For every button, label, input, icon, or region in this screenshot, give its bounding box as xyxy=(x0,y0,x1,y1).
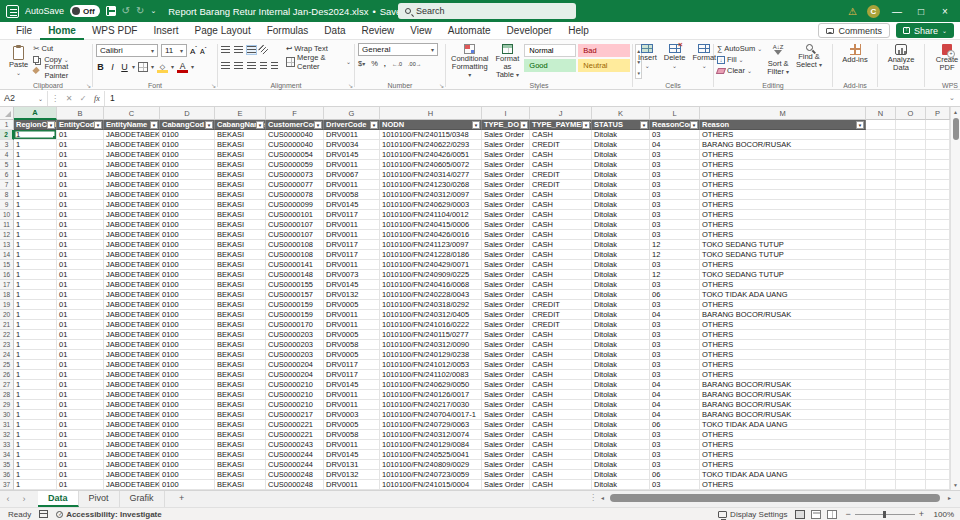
cell[interactable]: 01 xyxy=(57,160,104,170)
cancel-entry-icon[interactable]: ✕ xyxy=(62,94,76,103)
cell[interactable]: 03 xyxy=(650,300,700,310)
cell[interactable]: 1 xyxy=(14,440,57,450)
cell[interactable]: DRV0005 xyxy=(324,300,380,310)
cell[interactable]: BEKASI xyxy=(215,190,266,200)
cell[interactable]: 03 xyxy=(650,200,700,210)
column-header-L[interactable]: L xyxy=(650,107,700,120)
cell[interactable]: Sales Order xyxy=(482,340,530,350)
cell[interactable]: 12 xyxy=(650,240,700,250)
cell[interactable]: 01 xyxy=(57,430,104,440)
increase-indent-icon[interactable] xyxy=(271,62,278,70)
cell[interactable]: BARANG BOCOR/RUSAK xyxy=(700,390,866,400)
cell[interactable]: CUS0000077 xyxy=(266,180,324,190)
cell[interactable]: 04 xyxy=(650,400,700,410)
cell[interactable]: BEKASI xyxy=(215,300,266,310)
cell[interactable]: Sales Order xyxy=(482,430,530,440)
cell[interactable]: 0100 xyxy=(160,140,215,150)
column-header-O[interactable]: O xyxy=(896,107,926,120)
cell[interactable]: DRV0132 xyxy=(324,470,380,480)
cell[interactable]: 03 xyxy=(650,160,700,170)
cell[interactable]: BEKASI xyxy=(215,470,266,480)
cell[interactable]: 03 xyxy=(650,460,700,470)
cell[interactable]: CASH xyxy=(530,410,592,420)
cell[interactable]: DRV0011 xyxy=(324,180,380,190)
cell[interactable]: 01 xyxy=(57,220,104,230)
next-sheet-button[interactable]: › xyxy=(16,491,32,507)
cell[interactable]: 1010100/FN/240622/0293 xyxy=(380,140,482,150)
cell[interactable] xyxy=(896,380,926,390)
cell[interactable]: 03 xyxy=(650,180,700,190)
cell[interactable]: 1 xyxy=(14,450,57,460)
cell[interactable]: CUS0000148 xyxy=(266,270,324,280)
cell[interactable] xyxy=(896,220,926,230)
cell[interactable] xyxy=(866,370,896,380)
cell[interactable]: Sales Order xyxy=(482,390,530,400)
cell[interactable]: JABODETABEK xyxy=(104,130,160,140)
cell[interactable]: CUS0000217 xyxy=(266,410,324,420)
cell[interactable]: BEKASI xyxy=(215,460,266,470)
cell[interactable]: CREDIT xyxy=(530,140,592,150)
header-cell[interactable]: CustomerCode▼ xyxy=(266,120,324,130)
cell[interactable]: 1010100/FN/240429/0071 xyxy=(380,260,482,270)
row-number[interactable]: 9 xyxy=(0,200,14,210)
cell[interactable]: DRV0003 xyxy=(324,410,380,420)
header-cell[interactable]: TYPE_DO▼ xyxy=(482,120,530,130)
cell[interactable]: Ditolak xyxy=(592,140,650,150)
percent-style-button[interactable]: % xyxy=(371,59,378,68)
cell[interactable]: JABODETABEK xyxy=(104,450,160,460)
clear-button[interactable]: Clear⌄ xyxy=(717,65,762,76)
row-number[interactable]: 18 xyxy=(0,290,14,300)
warning-icon[interactable]: ⚠ xyxy=(848,6,857,17)
cell[interactable]: Sales Order xyxy=(482,170,530,180)
cell[interactable]: 0100 xyxy=(160,270,215,280)
cell[interactable]: 1 xyxy=(14,350,57,360)
cell[interactable]: Ditolak xyxy=(592,170,650,180)
cell[interactable]: CASH xyxy=(530,220,592,230)
accessibility-status[interactable]: Accessibility: Investigate xyxy=(56,510,162,519)
row-number[interactable]: 34 xyxy=(0,450,14,460)
cell[interactable]: 04 xyxy=(650,390,700,400)
row-number[interactable]: 12 xyxy=(0,230,14,240)
cell[interactable]: TOKO SEDANG TUTUP xyxy=(700,250,866,260)
header-cell[interactable]: TYPE_PAYMENT▼ xyxy=(530,120,592,130)
cell[interactable]: 1010100/FN/240115/0277 xyxy=(380,330,482,340)
cell[interactable]: OTHERS xyxy=(700,450,866,460)
row-number[interactable]: 20 xyxy=(0,310,14,320)
bold-button[interactable]: B xyxy=(96,62,105,72)
cell[interactable]: 1 xyxy=(14,270,57,280)
cell[interactable]: JABODETABEK xyxy=(104,190,160,200)
cell[interactable]: 1 xyxy=(14,170,57,180)
cell[interactable]: 03 xyxy=(650,330,700,340)
row-number[interactable]: 5 xyxy=(0,160,14,170)
cell[interactable]: DRV0011 xyxy=(324,480,380,490)
cell[interactable] xyxy=(866,450,896,460)
cell[interactable]: CREDIT xyxy=(530,320,592,330)
cell[interactable]: OTHERS xyxy=(700,130,866,140)
cell[interactable]: DRV0145 xyxy=(324,450,380,460)
cell[interactable]: CASH xyxy=(530,280,592,290)
column-header-N[interactable]: N xyxy=(866,107,896,120)
cell[interactable]: JABODETABEK xyxy=(104,340,160,350)
cell[interactable]: Ditolak xyxy=(592,450,650,460)
cell[interactable]: Ditolak xyxy=(592,460,650,470)
cell[interactable]: BARANG BOCOR/RUSAK xyxy=(700,380,866,390)
filter-button[interactable]: ▼ xyxy=(856,121,864,129)
cell[interactable]: DRV0117 xyxy=(324,250,380,260)
cell[interactable]: JABODETABEK xyxy=(104,440,160,450)
increase-decimal-button[interactable]: ←.0 xyxy=(392,61,402,67)
cell[interactable]: 01 xyxy=(57,300,104,310)
column-header-K[interactable]: K xyxy=(592,107,650,120)
cell[interactable]: JABODETABEK xyxy=(104,170,160,180)
cell[interactable]: Sales Order xyxy=(482,330,530,340)
cell[interactable]: 0100 xyxy=(160,320,215,330)
cell[interactable]: DRV0011 xyxy=(324,440,380,450)
cell[interactable]: 03 xyxy=(650,320,700,330)
cell[interactable]: 01 xyxy=(57,320,104,330)
cell[interactable]: 0100 xyxy=(160,230,215,240)
comma-style-button[interactable]: , xyxy=(384,59,386,68)
cell[interactable]: 12 xyxy=(650,250,700,260)
row-number[interactable]: 31 xyxy=(0,420,14,430)
cell[interactable]: CASH xyxy=(530,190,592,200)
cell[interactable]: Ditolak xyxy=(592,240,650,250)
clipboard-dialog-launcher[interactable]: ↘ xyxy=(86,82,91,89)
